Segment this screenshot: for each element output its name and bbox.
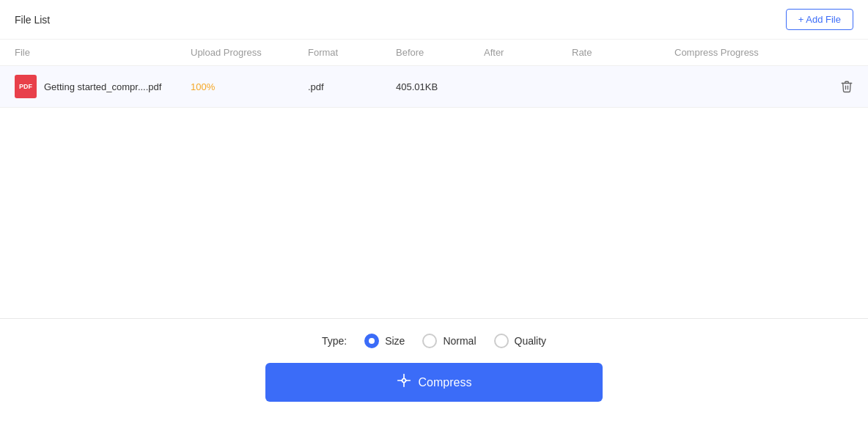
table-row: PDF Getting started_compr....pdf 100% .p… bbox=[0, 66, 868, 108]
compress-button[interactable]: Compress bbox=[265, 363, 603, 402]
column-header-upload-progress: Upload Progress bbox=[191, 47, 308, 58]
radio-option-size[interactable]: Size bbox=[364, 334, 405, 348]
column-header-before: Before bbox=[396, 47, 484, 58]
add-file-button[interactable]: + Add File bbox=[786, 9, 853, 30]
column-header-after: After bbox=[484, 47, 572, 58]
radio-circle-quality bbox=[494, 334, 509, 348]
radio-option-quality[interactable]: Quality bbox=[494, 334, 547, 348]
radio-label-size: Size bbox=[385, 335, 405, 347]
actions-cell bbox=[674, 80, 853, 93]
column-header-file: File bbox=[15, 47, 191, 58]
format-value: .pdf bbox=[308, 81, 396, 92]
pdf-icon: PDF bbox=[15, 75, 37, 98]
compress-icon bbox=[397, 373, 411, 391]
radio-label-quality: Quality bbox=[515, 335, 547, 347]
file-name: Getting started_compr....pdf bbox=[44, 81, 161, 92]
before-value: 405.01KB bbox=[396, 81, 484, 92]
radio-circle-normal bbox=[422, 334, 437, 348]
upload-progress-value: 100% bbox=[191, 81, 308, 92]
radio-circle-size bbox=[364, 334, 379, 348]
radio-label-normal: Normal bbox=[443, 335, 476, 347]
column-header-compress-progress: Compress Progress bbox=[674, 47, 853, 58]
type-selector: Type: Size Normal Quality bbox=[322, 334, 546, 348]
delete-button[interactable] bbox=[840, 80, 853, 93]
column-header-format: Format bbox=[308, 47, 396, 58]
radio-option-normal[interactable]: Normal bbox=[422, 334, 476, 348]
compress-button-label: Compress bbox=[419, 376, 472, 389]
type-label: Type: bbox=[322, 335, 347, 347]
file-cell: PDF Getting started_compr....pdf bbox=[15, 75, 191, 98]
column-header-rate: Rate bbox=[572, 47, 674, 58]
page-title: File List bbox=[15, 14, 50, 26]
